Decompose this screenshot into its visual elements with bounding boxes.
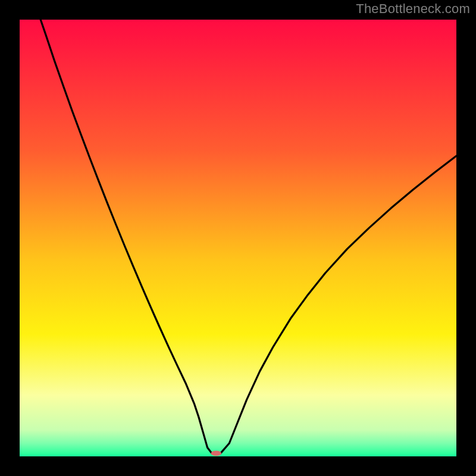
gradient-background [20, 20, 456, 456]
watermark-text: TheBottleneck.com [356, 1, 470, 17]
chart-frame: TheBottleneck.com [0, 0, 476, 476]
chart-svg [20, 20, 456, 456]
optimal-point-marker [211, 450, 221, 456]
plot-area [20, 20, 456, 456]
